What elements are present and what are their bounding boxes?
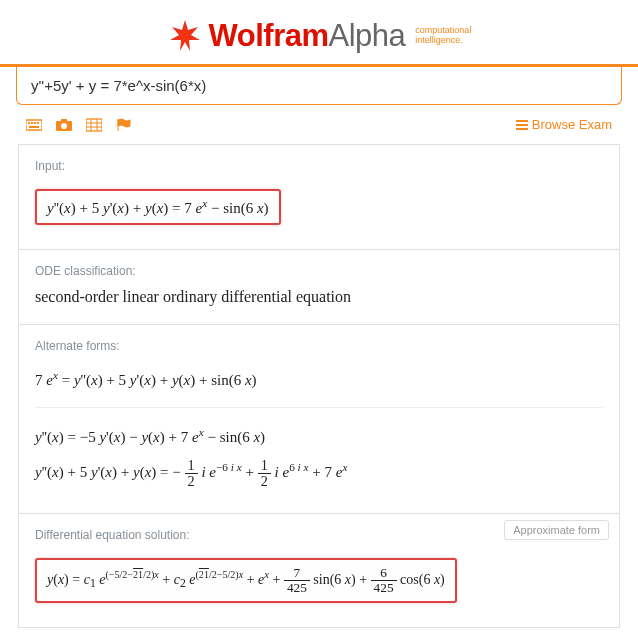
- alt-form-2: y''(x) = −5 y'(x) − y(x) + 7 ex − sin(6 …: [35, 420, 603, 452]
- search-container: [0, 64, 638, 105]
- svg-rect-5: [34, 122, 36, 124]
- menu-icon: [516, 120, 528, 130]
- pod-title: Alternate forms:: [35, 339, 603, 353]
- solution-formula: y(x) = c1 e(−5/2−21/2)x + c2 e(21/2−5/2)…: [35, 558, 457, 603]
- logo-tagline: computational intelligence.: [415, 26, 471, 46]
- header: WolframAlpha computational intelligence.: [0, 0, 638, 64]
- svg-rect-2: [26, 120, 42, 130]
- svg-rect-7: [29, 126, 39, 128]
- alt-form-1: 7 ex = y''(x) + 5 y'(x) + y(x) + sin(6 x…: [35, 363, 603, 395]
- pod-classification: ODE classification: second-order linear …: [19, 250, 619, 325]
- toolbar: Browse Exam: [0, 105, 638, 144]
- svg-point-10: [61, 123, 67, 129]
- pod-title: ODE classification:: [35, 264, 603, 278]
- logo-text: WolframAlpha: [209, 18, 406, 54]
- flag-icon[interactable]: [116, 118, 132, 132]
- keyboard-icon[interactable]: [26, 118, 42, 132]
- camera-icon[interactable]: [56, 118, 72, 132]
- search-input[interactable]: [31, 77, 607, 94]
- search-bar[interactable]: [16, 67, 622, 105]
- alt-form-3: y''(x) + 5 y'(x) + y(x) = − 12 i e−6 i x…: [35, 452, 603, 495]
- svg-rect-6: [37, 122, 39, 124]
- pod-title: Input:: [35, 159, 603, 173]
- browse-examples-link[interactable]: Browse Exam: [516, 117, 612, 132]
- svg-rect-3: [28, 122, 30, 124]
- svg-rect-11: [86, 119, 102, 131]
- results-container: Input: y''(x) + 5 y'(x) + y(x) = 7 ex − …: [18, 144, 620, 628]
- classification-text: second-order linear ordinary differentia…: [35, 288, 603, 306]
- pod-solution: Approximate form Differential equation s…: [19, 514, 619, 627]
- pod-alternate-forms: Alternate forms: 7 ex = y''(x) + 5 y'(x)…: [19, 325, 619, 514]
- svg-rect-4: [31, 122, 33, 124]
- approximate-form-button[interactable]: Approximate form: [504, 520, 609, 540]
- wolfram-logo-icon: [167, 18, 203, 54]
- input-formula: y''(x) + 5 y'(x) + y(x) = 7 ex − sin(6 x…: [35, 189, 281, 225]
- svg-rect-9: [61, 119, 67, 122]
- svg-marker-1: [174, 23, 196, 48]
- grid-icon[interactable]: [86, 118, 102, 132]
- pod-input: Input: y''(x) + 5 y'(x) + y(x) = 7 ex − …: [19, 145, 619, 250]
